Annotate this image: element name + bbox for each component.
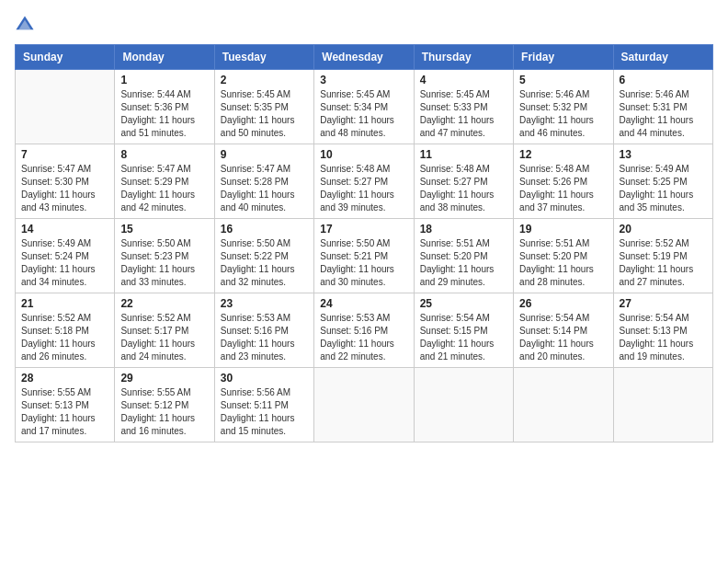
calendar-cell: 16Sunrise: 5:50 AMSunset: 5:22 PMDayligh…: [214, 219, 313, 293]
day-info: Sunrise: 5:51 AMSunset: 5:20 PMDaylight:…: [420, 237, 507, 289]
day-number: 3: [320, 74, 407, 86]
day-info: Sunrise: 5:48 AMSunset: 5:26 PMDaylight:…: [519, 163, 607, 214]
calendar-cell: 19Sunrise: 5:51 AMSunset: 5:20 PMDayligh…: [514, 219, 613, 293]
day-info: Sunrise: 5:47 AMSunset: 5:30 PMDaylight:…: [21, 163, 108, 214]
calendar-cell: 18Sunrise: 5:51 AMSunset: 5:20 PMDayligh…: [414, 219, 513, 293]
day-number: 27: [620, 297, 707, 310]
weekday-header: Wednesday: [314, 45, 414, 70]
calendar-week-row: 1Sunrise: 5:44 AMSunset: 5:36 PMDaylight…: [16, 70, 713, 144]
day-number: 12: [519, 148, 607, 161]
day-number: 25: [420, 297, 507, 310]
calendar-cell: 24Sunrise: 5:53 AMSunset: 5:16 PMDayligh…: [314, 293, 414, 368]
calendar-cell: 4Sunrise: 5:45 AMSunset: 5:33 PMDaylight…: [414, 70, 513, 144]
calendar-cell: 25Sunrise: 5:54 AMSunset: 5:15 PMDayligh…: [414, 293, 513, 368]
page-header: [15, 15, 713, 35]
calendar-cell: 20Sunrise: 5:52 AMSunset: 5:19 PMDayligh…: [613, 219, 712, 293]
day-info: Sunrise: 5:47 AMSunset: 5:29 PMDaylight:…: [120, 163, 208, 214]
calendar-week-row: 14Sunrise: 5:49 AMSunset: 5:24 PMDayligh…: [16, 219, 713, 293]
calendar-cell: 7Sunrise: 5:47 AMSunset: 5:30 PMDaylight…: [16, 144, 115, 219]
calendar-cell: 26Sunrise: 5:54 AMSunset: 5:14 PMDayligh…: [514, 293, 613, 368]
day-info: Sunrise: 5:49 AMSunset: 5:25 PMDaylight:…: [620, 163, 707, 214]
calendar-cell: 22Sunrise: 5:52 AMSunset: 5:17 PMDayligh…: [115, 293, 214, 368]
calendar-cell: 10Sunrise: 5:48 AMSunset: 5:27 PMDayligh…: [314, 144, 414, 219]
calendar-week-row: 28Sunrise: 5:55 AMSunset: 5:13 PMDayligh…: [16, 368, 713, 442]
day-number: 13: [620, 148, 707, 161]
day-info: Sunrise: 5:55 AMSunset: 5:13 PMDaylight:…: [21, 386, 108, 438]
day-number: 21: [21, 297, 108, 310]
calendar-cell: 8Sunrise: 5:47 AMSunset: 5:29 PMDaylight…: [115, 144, 214, 219]
day-number: 26: [519, 297, 607, 310]
calendar-cell: 5Sunrise: 5:46 AMSunset: 5:32 PMDaylight…: [514, 70, 613, 144]
day-number: 20: [620, 223, 707, 236]
day-info: Sunrise: 5:54 AMSunset: 5:13 PMDaylight:…: [620, 312, 707, 363]
calendar-cell: 6Sunrise: 5:46 AMSunset: 5:31 PMDaylight…: [613, 70, 712, 144]
day-info: Sunrise: 5:52 AMSunset: 5:17 PMDaylight:…: [120, 312, 208, 363]
calendar-cell: [414, 368, 513, 442]
day-number: 4: [420, 74, 507, 86]
day-info: Sunrise: 5:44 AMSunset: 5:36 PMDaylight:…: [120, 88, 208, 140]
weekday-header: Friday: [514, 45, 613, 70]
day-number: 14: [21, 223, 108, 236]
day-number: 23: [221, 297, 308, 310]
day-number: 10: [320, 148, 407, 161]
weekday-header: Thursday: [414, 45, 513, 70]
day-number: 11: [420, 148, 507, 161]
day-info: Sunrise: 5:54 AMSunset: 5:14 PMDaylight:…: [519, 312, 607, 363]
calendar-cell: 21Sunrise: 5:52 AMSunset: 5:18 PMDayligh…: [16, 293, 115, 368]
calendar-cell: 14Sunrise: 5:49 AMSunset: 5:24 PMDayligh…: [16, 219, 115, 293]
day-info: Sunrise: 5:49 AMSunset: 5:24 PMDaylight:…: [21, 237, 108, 289]
day-number: 8: [120, 148, 208, 161]
day-number: 15: [120, 223, 208, 236]
calendar-cell: [16, 70, 115, 144]
day-number: 2: [221, 74, 308, 86]
day-info: Sunrise: 5:56 AMSunset: 5:11 PMDaylight:…: [221, 386, 308, 438]
logo-icon: [15, 15, 35, 35]
day-info: Sunrise: 5:55 AMSunset: 5:12 PMDaylight:…: [120, 386, 208, 438]
calendar-table: SundayMondayTuesdayWednesdayThursdayFrid…: [15, 44, 713, 442]
day-number: 28: [21, 372, 108, 385]
weekday-header: Tuesday: [214, 45, 313, 70]
day-info: Sunrise: 5:52 AMSunset: 5:18 PMDaylight:…: [21, 312, 108, 363]
calendar-week-row: 7Sunrise: 5:47 AMSunset: 5:30 PMDaylight…: [16, 144, 713, 219]
calendar-cell: 30Sunrise: 5:56 AMSunset: 5:11 PMDayligh…: [214, 368, 313, 442]
day-info: Sunrise: 5:50 AMSunset: 5:22 PMDaylight:…: [221, 237, 308, 289]
day-number: 7: [21, 148, 108, 161]
day-number: 18: [420, 223, 507, 236]
day-info: Sunrise: 5:48 AMSunset: 5:27 PMDaylight:…: [420, 163, 507, 214]
day-info: Sunrise: 5:52 AMSunset: 5:19 PMDaylight:…: [620, 237, 707, 289]
day-number: 22: [120, 297, 208, 310]
day-number: 29: [120, 372, 208, 385]
weekday-header-row: SundayMondayTuesdayWednesdayThursdayFrid…: [16, 45, 713, 70]
calendar-cell: 29Sunrise: 5:55 AMSunset: 5:12 PMDayligh…: [115, 368, 214, 442]
calendar-cell: 2Sunrise: 5:45 AMSunset: 5:35 PMDaylight…: [214, 70, 313, 144]
day-info: Sunrise: 5:48 AMSunset: 5:27 PMDaylight:…: [320, 163, 407, 214]
day-number: 5: [519, 74, 607, 86]
day-info: Sunrise: 5:51 AMSunset: 5:20 PMDaylight:…: [519, 237, 607, 289]
calendar-cell: 23Sunrise: 5:53 AMSunset: 5:16 PMDayligh…: [214, 293, 313, 368]
day-number: 17: [320, 223, 407, 236]
calendar-cell: 12Sunrise: 5:48 AMSunset: 5:26 PMDayligh…: [514, 144, 613, 219]
day-number: 9: [221, 148, 308, 161]
calendar-cell: [514, 368, 613, 442]
weekday-header: Sunday: [16, 45, 115, 70]
day-info: Sunrise: 5:47 AMSunset: 5:28 PMDaylight:…: [221, 163, 308, 214]
day-info: Sunrise: 5:45 AMSunset: 5:34 PMDaylight:…: [320, 88, 407, 140]
calendar-cell: 3Sunrise: 5:45 AMSunset: 5:34 PMDaylight…: [314, 70, 414, 144]
calendar-cell: 13Sunrise: 5:49 AMSunset: 5:25 PMDayligh…: [613, 144, 712, 219]
day-info: Sunrise: 5:54 AMSunset: 5:15 PMDaylight:…: [420, 312, 507, 363]
day-number: 1: [120, 74, 208, 86]
calendar-cell: 11Sunrise: 5:48 AMSunset: 5:27 PMDayligh…: [414, 144, 513, 219]
calendar-cell: 1Sunrise: 5:44 AMSunset: 5:36 PMDaylight…: [115, 70, 214, 144]
day-info: Sunrise: 5:45 AMSunset: 5:35 PMDaylight:…: [221, 88, 308, 140]
day-number: 24: [320, 297, 407, 310]
weekday-header: Monday: [115, 45, 214, 70]
calendar-cell: 15Sunrise: 5:50 AMSunset: 5:23 PMDayligh…: [115, 219, 214, 293]
day-info: Sunrise: 5:46 AMSunset: 5:32 PMDaylight:…: [519, 88, 607, 140]
calendar-cell: [613, 368, 712, 442]
calendar-cell: 17Sunrise: 5:50 AMSunset: 5:21 PMDayligh…: [314, 219, 414, 293]
day-number: 19: [519, 223, 607, 236]
day-info: Sunrise: 5:46 AMSunset: 5:31 PMDaylight:…: [620, 88, 707, 140]
weekday-header: Saturday: [613, 45, 712, 70]
calendar-cell: [314, 368, 414, 442]
calendar-cell: 9Sunrise: 5:47 AMSunset: 5:28 PMDaylight…: [214, 144, 313, 219]
